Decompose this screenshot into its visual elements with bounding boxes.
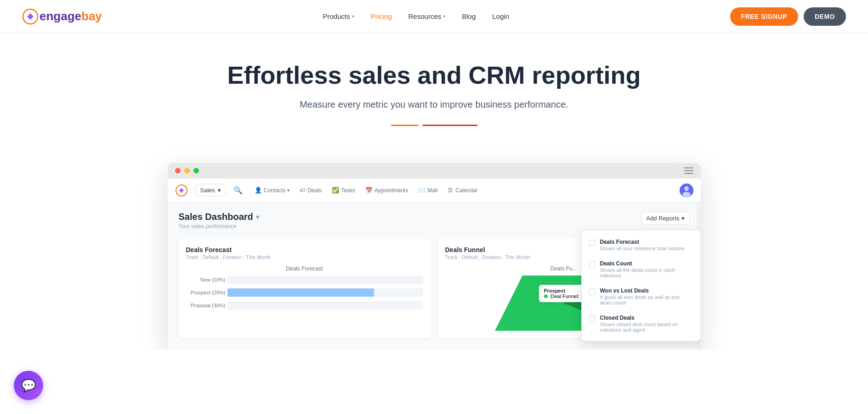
dropdown-item-title: Deals Forecast (600, 239, 685, 245)
app-nav-appointments[interactable]: 📅 Appointments (361, 184, 413, 196)
checkbox-deals-count[interactable] (589, 261, 596, 268)
bar-chart: New (10%) Prospect (20%) P (186, 276, 423, 310)
logo[interactable]: engagebay (22, 8, 102, 25)
svg-point-4 (682, 192, 691, 197)
mockup-wrapper: Sales ▾ 🔍 👤 Contacts ▾ 🏷 Deals ✅ Tasks (159, 163, 710, 350)
chevron-down-icon: ▾ (218, 187, 221, 194)
chevron-down-icon: ▾ (287, 188, 289, 193)
hero-section: Effortless sales and CRM reporting Measu… (0, 33, 868, 163)
svg-point-3 (684, 186, 689, 191)
dropdown-item-deals-count[interactable]: Deals Count Shows all the deals count in… (582, 256, 700, 283)
checkbox-deals-forecast[interactable] (589, 240, 596, 246)
dropdown-item-title: Deals Count (600, 260, 693, 267)
divider-short (391, 125, 419, 126)
app-nav-mail[interactable]: ✉️ Mail (414, 184, 442, 196)
app-nav-deals[interactable]: 🏷 Deals (295, 184, 326, 196)
appointments-icon: 📅 (365, 187, 373, 194)
bar-label-prospect: Prospect (20%) (186, 290, 226, 295)
bar-label-proposal: Proposal (30%) (186, 303, 226, 308)
bar-track-proposal (227, 301, 423, 310)
signup-button[interactable]: FREE SIGNUP (730, 7, 798, 26)
hero-divider (9, 125, 859, 126)
bar-label-new: New (10%) (186, 277, 226, 282)
dropdown-item-deals-forecast[interactable]: Deals Forecast Shows all your milestone … (582, 234, 700, 256)
demo-button[interactable]: DEMO (804, 7, 846, 26)
sales-dropdown[interactable]: Sales ▾ (195, 184, 227, 196)
nav-resources[interactable]: Resources ▾ (408, 12, 446, 20)
bar-row-new: New (10%) (227, 276, 423, 284)
divider-long (422, 125, 477, 126)
dashboard-title: Sales Dashboard ▾ (179, 212, 259, 222)
logo-icon (22, 8, 39, 25)
contacts-icon: 👤 (255, 187, 262, 194)
add-reports-button[interactable]: Add Reports ▾ (641, 212, 689, 225)
bar-row-prospect: Prospect (20%) (227, 288, 423, 297)
dot-green (193, 168, 199, 173)
tooltip-value: Deal Funnel: 1 (544, 293, 584, 299)
main-nav: engagebay Products ▾ Pricing Resources ▾… (0, 0, 868, 33)
dropdown-item-desc: Shows all your milestone total volume (600, 246, 685, 251)
dashboard-header: Sales Dashboard ▾ Your sales performance… (179, 212, 690, 230)
hamburger-icon (684, 167, 693, 174)
avatar-image (680, 184, 693, 197)
checkbox-won-lost[interactable] (589, 288, 596, 295)
prospect-dot (544, 294, 547, 298)
dropdown-item-closed-deals[interactable]: Closed Deals Shows closed deal count bas… (582, 310, 700, 337)
app-logo-icon (175, 184, 188, 197)
dot-yellow (184, 168, 190, 173)
app-nav-tasks[interactable]: ✅ Tasks (327, 184, 360, 196)
dropdown-item-desc: It gives all won deals as well as lost d… (600, 294, 693, 305)
dot-red (175, 168, 181, 173)
app-nav: Sales ▾ 🔍 👤 Contacts ▾ 🏷 Deals ✅ Tasks (168, 178, 701, 202)
user-avatar[interactable] (680, 184, 693, 197)
tasks-icon: ✅ (332, 187, 339, 194)
nav-actions: FREE SIGNUP DEMO (730, 7, 846, 26)
dropdown-item-content: Deals Forecast Shows all your milestone … (600, 239, 685, 251)
deals-icon: 🏷 (300, 187, 306, 194)
dashboard-content: Sales Dashboard ▾ Your sales performance… (168, 202, 701, 350)
chevron-down-icon: ▾ (352, 14, 354, 19)
checkbox-closed-deals[interactable] (589, 316, 596, 322)
add-reports-dropdown: Deals Forecast Shows all your milestone … (581, 230, 701, 341)
chevron-down-icon: ▾ (681, 215, 685, 222)
nav-pricing[interactable]: Pricing (371, 12, 392, 20)
bar-fill-prospect (227, 288, 374, 297)
bar-track-prospect (227, 288, 423, 297)
dropdown-item-content: Deals Count Shows all the deals count in… (600, 260, 693, 278)
dropdown-item-won-lost[interactable]: Won vs Lost Deals It gives all won deals… (582, 283, 700, 310)
bar-track-new (227, 276, 423, 284)
dashboard-subtitle: Your sales performance (179, 223, 259, 230)
hero-heading: Effortless sales and CRM reporting (9, 61, 859, 89)
mail-icon: ✉️ (418, 187, 425, 194)
app-nav-calendar[interactable]: 🗓 Calendar (443, 184, 482, 196)
app-nav-contacts[interactable]: 👤 Contacts ▾ (250, 184, 294, 196)
dropdown-item-title: Won vs Lost Deals (600, 288, 693, 294)
browser-window: Sales ▾ 🔍 👤 Contacts ▾ 🏷 Deals ✅ Tasks (168, 163, 701, 350)
chevron-down-icon: ▾ (256, 213, 259, 221)
app-nav-links: 👤 Contacts ▾ 🏷 Deals ✅ Tasks 📅 Appointme… (250, 184, 675, 196)
deals-forecast-subtitle: Track : Default , Duration : This Month (186, 254, 423, 260)
chevron-down-icon: ▾ (443, 14, 445, 19)
calendar-icon: 🗓 (448, 187, 454, 194)
nav-login[interactable]: Login (492, 12, 509, 20)
browser-dots (175, 168, 199, 173)
hero-subheading: Measure every metric you want to improve… (9, 99, 859, 110)
dropdown-item-content: Closed Deals Shows closed deal count bas… (600, 315, 693, 333)
logo-text: engagebay (40, 9, 102, 23)
nav-products[interactable]: Products ▾ (323, 12, 354, 20)
browser-bar (168, 163, 701, 178)
nav-blog[interactable]: Blog (462, 12, 476, 20)
deals-forecast-title: Deals Forecast (186, 246, 423, 253)
nav-links: Products ▾ Pricing Resources ▾ Blog Logi… (323, 12, 509, 20)
deals-forecast-card: Deals Forecast Track : Default , Duratio… (179, 239, 431, 338)
dropdown-item-desc: Shows closed deal count based on milesto… (600, 322, 693, 333)
dashboard-title-group: Sales Dashboard ▾ Your sales performance (179, 212, 259, 230)
dropdown-item-desc: Shows all the deals count in each milest… (600, 267, 693, 278)
search-icon[interactable]: 🔍 (233, 186, 243, 195)
deals-forecast-chart-title: Deals Forecast (186, 265, 423, 272)
bar-row-proposal: Proposal (30%) (227, 301, 423, 310)
dropdown-item-title: Closed Deals (600, 315, 693, 321)
dropdown-item-content: Won vs Lost Deals It gives all won deals… (600, 288, 693, 305)
